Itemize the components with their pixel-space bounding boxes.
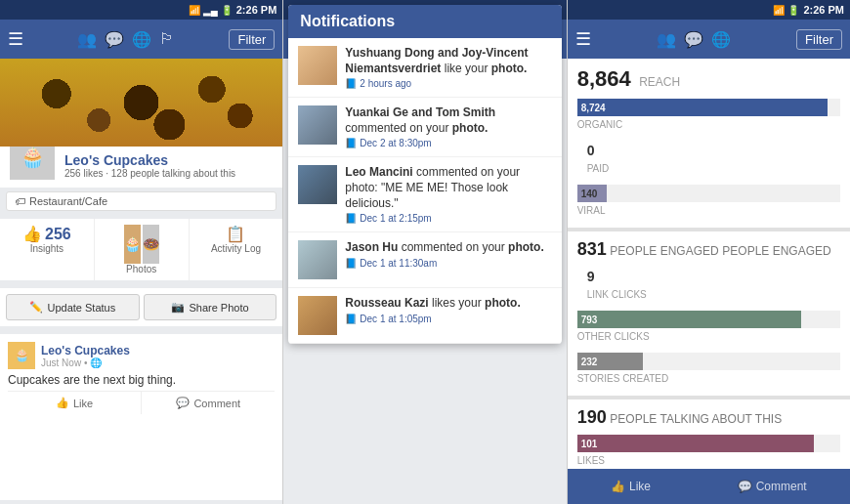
notif-avatar-4 xyxy=(298,240,337,279)
viral-bar-container: 140 xyxy=(577,185,840,202)
likes-bar: 101 xyxy=(577,435,814,452)
chat-icon-1[interactable]: 💬 xyxy=(105,30,124,49)
notification-item-4[interactable]: Jason Hu commented on your photo. 📘 Dec … xyxy=(288,232,561,288)
notif-object-2: photo. xyxy=(452,121,489,135)
notif-avatar-2 xyxy=(298,105,337,145)
notif-text-3: Leo Mancini commented on your photo: "ME… xyxy=(345,165,551,211)
insights-label: Insights xyxy=(30,243,64,254)
filter-button-3[interactable]: Filter xyxy=(796,29,842,50)
notif-avatar-5 xyxy=(298,296,337,335)
globe-icon-3[interactable]: 🌐 xyxy=(711,30,731,49)
other-clicks-value: 793 xyxy=(581,315,598,325)
notif-content-2: Yuankai Ge and Tom Smith commented on yo… xyxy=(345,105,551,148)
notif-object-4: photo. xyxy=(508,240,544,254)
viral-row: 140 xyxy=(577,185,840,202)
likes-row: 101 xyxy=(577,435,840,452)
flag-icon-1[interactable]: 🏳 xyxy=(159,30,175,49)
time-display-3: 2:26 PM xyxy=(803,4,844,16)
photos-stat[interactable]: 🧁 🍩 Photos xyxy=(95,219,190,280)
likes-value: 101 xyxy=(581,439,598,449)
notif-text-5: Rousseau Kazi likes your photo. xyxy=(345,296,551,312)
other-clicks-label: OTHER CLICKS xyxy=(577,331,840,342)
photo-thumbs: 🧁 🍩 xyxy=(124,225,159,264)
notif-text-1: Yushuang Dong and Joy-Vincent Niemantsve… xyxy=(345,46,551,76)
notif-action-1: like your xyxy=(445,62,491,75)
fb-icon-4: 📘 xyxy=(345,258,357,269)
like-icon-p1: 👍 xyxy=(56,397,69,409)
organic-bar: 8,724 xyxy=(577,99,828,116)
stories-label: STORIES CREATED xyxy=(577,373,840,384)
like-button-p3[interactable]: 👍 Like xyxy=(611,480,651,493)
notifications-title: Notifications xyxy=(288,5,561,38)
reach-header: 8,864 REACH xyxy=(568,59,850,96)
menu-icon-1[interactable]: ☰ xyxy=(8,28,23,50)
comment-button-p1[interactable]: 💬 Comment xyxy=(142,392,275,414)
likes-label: LIKES xyxy=(577,455,840,466)
notification-item-5[interactable]: Rousseau Kazi likes your photo. 📘 Dec 1 … xyxy=(288,288,561,344)
notif-time-4: 📘 Dec 1 at 11:30am xyxy=(345,258,551,269)
post-avatar: 🧁 xyxy=(8,342,35,369)
likes-stat[interactable]: 👍 256 Insights xyxy=(0,219,95,280)
likes-section: 101 LIKES xyxy=(568,435,850,474)
notif-action-5: likes your xyxy=(432,296,485,310)
fb-icon-5: 📘 xyxy=(345,314,357,324)
nav-bar-1: ☰ 👥 💬 🌐 🏳 Filter xyxy=(0,20,282,59)
people-icon-1[interactable]: 👥 xyxy=(77,30,97,49)
post-text: Cupcakes are the next big thing. xyxy=(8,373,275,387)
activity-stat[interactable]: 📋 Activity Log xyxy=(190,219,283,280)
nav-icons-3: 👥 💬 🌐 xyxy=(601,30,786,49)
comment-button-p3[interactable]: 💬 Comment xyxy=(738,480,807,493)
comment-icon-p3: 💬 xyxy=(738,480,752,493)
battery-icon: 🔋 xyxy=(221,5,233,16)
activity-label: Activity Log xyxy=(211,243,261,254)
stories-row: 232 xyxy=(577,353,840,370)
globe-icon-1[interactable]: 🌐 xyxy=(132,30,151,49)
panel-notifications: 📶 🔋 2:26 PM ☰ 👥 💬 🌐 🏳 Filter Cupcakes ar… xyxy=(283,0,567,504)
post-meta: Leo's Cupcakes Just Now • 🌐 xyxy=(41,344,130,368)
panel-page: 📶 ▂▄ 🔋 2:26 PM ☰ 👥 💬 🌐 🏳 Filter 🧁 xyxy=(0,0,283,504)
photos-label: Photos xyxy=(126,264,156,274)
thumb-2: 🍩 xyxy=(143,225,159,264)
signal-icon: ▂▄ xyxy=(203,5,218,16)
nav-bar-3: ☰ 👥 💬 🌐 Filter xyxy=(568,20,850,59)
divider-1 xyxy=(568,228,850,231)
category-tag[interactable]: 🏷 Restaurant/Cafe xyxy=(6,191,276,211)
notif-object-5: photo. xyxy=(485,296,521,310)
link-clicks-section: 9 LINK CLICKS xyxy=(568,267,850,308)
time-display-1: 2:26 PM xyxy=(236,4,277,16)
post-author[interactable]: Leo's Cupcakes xyxy=(41,344,130,357)
status-bar-1: 📶 ▂▄ 🔋 2:26 PM xyxy=(0,0,282,20)
wifi-icon: 📶 xyxy=(189,5,200,16)
like-button-p1[interactable]: 👍 Like xyxy=(8,392,142,414)
engaged-label: PEOPLE ENGAGED xyxy=(610,244,718,258)
notifications-overlay: Notifications Yushuang Dong and Joy-Vinc… xyxy=(283,0,566,504)
stories-bar-container: 232 xyxy=(577,353,840,370)
organic-label: ORGANIC xyxy=(577,119,840,130)
fb-icon-2: 📘 xyxy=(345,138,357,148)
action-row: ✏️ Update Status 📷 Share Photo xyxy=(0,288,282,326)
people-icon-3[interactable]: 👥 xyxy=(657,30,676,49)
other-clicks-bar: 793 xyxy=(577,311,801,328)
chat-icon-3[interactable]: 💬 xyxy=(684,30,703,49)
paid-value: 0 xyxy=(577,141,605,160)
likes-number: 👍 256 xyxy=(22,225,71,243)
page-meta: 256 likes · 128 people talking about thi… xyxy=(64,168,275,179)
cover-photo-image xyxy=(0,59,282,147)
share-photo-button[interactable]: 📷 Share Photo xyxy=(144,294,277,320)
menu-icon-3[interactable]: ☰ xyxy=(575,28,591,50)
organic-value: 8,724 xyxy=(581,103,606,113)
filter-button-1[interactable]: Filter xyxy=(229,29,275,50)
analytics-content: 8,864 REACH 8,724 ORGANIC 0 xyxy=(568,59,850,504)
viral-bar: 140 xyxy=(577,185,607,202)
paid-section: 0 PAID xyxy=(568,141,850,182)
notif-time-3: 📘 Dec 1 at 2:15pm xyxy=(345,213,551,224)
page-name[interactable]: Leo's Cupcakes xyxy=(64,152,275,168)
notification-item-1[interactable]: Yushuang Dong and Joy-Vincent Niemantsve… xyxy=(288,38,561,98)
engaged-number: 831 xyxy=(577,239,607,259)
notification-item-3[interactable]: Leo Mancini commented on your photo: "ME… xyxy=(288,157,561,232)
panel-analytics: 📶 🔋 2:26 PM ☰ 👥 💬 🌐 Filter 8,864 REACH xyxy=(568,0,850,504)
organic-bar-container: 8,724 xyxy=(577,99,840,116)
thumb-1: 🧁 xyxy=(124,225,141,264)
update-status-button[interactable]: ✏️ Update Status xyxy=(6,294,140,320)
notification-item-2[interactable]: Yuankai Ge and Tom Smith commented on yo… xyxy=(288,98,561,157)
